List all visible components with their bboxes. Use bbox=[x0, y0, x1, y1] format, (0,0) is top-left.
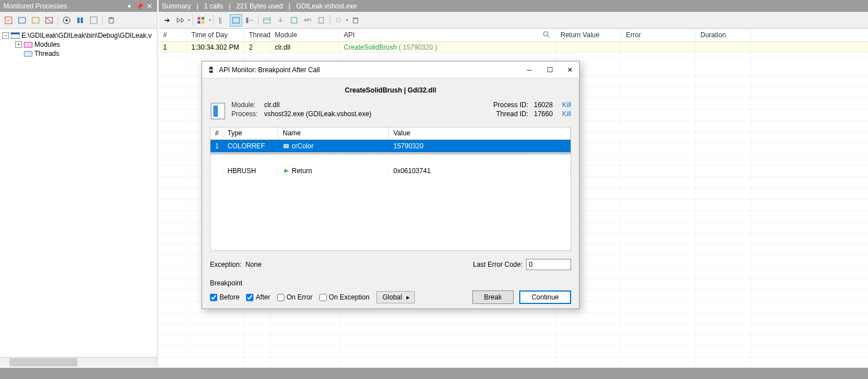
cell-return bbox=[556, 42, 621, 52]
scrollbar-thumb[interactable] bbox=[10, 358, 77, 367]
down-icon[interactable] bbox=[274, 14, 287, 27]
dropdown-icon[interactable]: ▾ bbox=[125, 2, 133, 10]
table-row[interactable]: 1 1:30:34.302 PM 2 clr.dll CreateSolidBr… bbox=[159, 42, 868, 53]
api-text-icon[interactable]: API bbox=[301, 14, 314, 27]
cell-time: 1:30:34.302 PM bbox=[187, 42, 244, 52]
toolbar-icon-7[interactable] bbox=[87, 14, 100, 27]
procid-value: 16028 bbox=[534, 101, 556, 109]
param-col-num[interactable]: # bbox=[211, 127, 223, 139]
toolbar-icon-2[interactable] bbox=[16, 14, 28, 27]
kill-thread-link[interactable]: Kill bbox=[562, 110, 571, 118]
divider: | bbox=[196, 2, 198, 10]
pin-icon[interactable]: 📌 bbox=[135, 2, 143, 10]
svg-rect-19 bbox=[246, 17, 248, 23]
procid-label: Process ID: bbox=[493, 101, 528, 109]
col-api[interactable]: API bbox=[339, 29, 556, 41]
param-name: crColor bbox=[278, 140, 389, 152]
col-module[interactable]: Module bbox=[270, 29, 339, 41]
return-name-text: Return bbox=[292, 167, 312, 175]
param-col-type[interactable]: Type bbox=[223, 127, 278, 139]
divider: | bbox=[229, 2, 230, 10]
return-name: Return bbox=[278, 165, 389, 177]
tree-child[interactable]: Threads bbox=[2, 49, 155, 58]
svg-rect-8 bbox=[81, 17, 83, 23]
col-return[interactable]: Return Value bbox=[556, 29, 621, 41]
minimize-icon[interactable]: ─ bbox=[525, 65, 534, 74]
doc-icon[interactable] bbox=[315, 14, 327, 27]
svg-point-6 bbox=[65, 19, 68, 21]
panel-title: Monitored Processes bbox=[3, 2, 67, 10]
summary-exe: GDILeak.vshost.exe bbox=[296, 2, 357, 10]
dialog-titlebar[interactable]: API Monitor: Breakpoint After Call ─ ☐ ✕ bbox=[202, 61, 579, 78]
check-onerror[interactable]: On Error bbox=[277, 293, 313, 301]
lasterror-input[interactable] bbox=[526, 259, 571, 270]
svg-rect-15 bbox=[201, 17, 204, 20]
save-icon[interactable] bbox=[288, 14, 300, 27]
tree-child[interactable]: + Modules bbox=[2, 40, 155, 49]
global-dropdown[interactable]: Global ▸ bbox=[376, 291, 415, 303]
calendar-icon[interactable] bbox=[261, 14, 273, 27]
param-col-name[interactable]: Name bbox=[278, 127, 389, 139]
kill-process-link[interactable]: Kill bbox=[562, 101, 571, 109]
left-toolbar bbox=[0, 12, 157, 29]
col-time[interactable]: Time of Day bbox=[187, 29, 244, 41]
continue-button[interactable]: Continue bbox=[519, 290, 571, 304]
toolbar-icon-1[interactable] bbox=[2, 14, 15, 27]
param-col-value[interactable]: Value bbox=[389, 127, 571, 139]
svg-rect-13 bbox=[24, 51, 32, 56]
tree-icon-btn[interactable] bbox=[216, 14, 229, 27]
summary-bytes: 221 Bytes used bbox=[236, 2, 283, 10]
close-icon[interactable]: ✕ bbox=[146, 2, 154, 10]
param-table: # Type Name Value 1 COLORREF crColor 157… bbox=[210, 127, 571, 251]
find-icon[interactable] bbox=[174, 14, 187, 27]
grid-icon[interactable] bbox=[195, 14, 208, 27]
summary-title-bar: Summary | 1 calls | 221 Bytes used | GDI… bbox=[159, 0, 868, 12]
api-func: CreateSolidBrush bbox=[344, 43, 397, 51]
check-onexception[interactable]: On Exception bbox=[319, 293, 370, 301]
right-toolbar: ➔ ▾ ▾ API ▾ bbox=[159, 12, 868, 29]
lasterror-label: Last Error Code: bbox=[473, 261, 523, 268]
col-num[interactable]: # bbox=[159, 29, 187, 41]
monitored-processes-panel: Monitored Processes ▾ 📌 ✕ − E:\GDILeak\G… bbox=[0, 0, 157, 367]
module-icon bbox=[210, 101, 226, 121]
modules-icon bbox=[24, 41, 33, 49]
maximize-icon[interactable]: ☐ bbox=[545, 65, 554, 74]
check-after[interactable]: After bbox=[246, 293, 270, 301]
tree-child-label: Threads bbox=[34, 50, 59, 58]
trash-icon[interactable] bbox=[105, 14, 117, 27]
svg-rect-28 bbox=[213, 105, 218, 117]
exception-label: Exception: bbox=[210, 261, 242, 268]
col-duration[interactable]: Duration bbox=[696, 29, 751, 41]
target-icon[interactable] bbox=[60, 14, 73, 27]
app-icon bbox=[207, 65, 216, 74]
tree-root[interactable]: − E:\GDILeak\GDILeak\bin\Debug\GDILeak.v bbox=[2, 31, 155, 40]
svg-rect-1 bbox=[19, 17, 25, 23]
expand-icon[interactable]: + bbox=[15, 41, 22, 48]
toolbar-icon-6[interactable] bbox=[74, 14, 86, 27]
breakpoint-label: Breakpoint bbox=[210, 279, 571, 287]
return-row[interactable]: HBRUSH Return 0x06103741 bbox=[211, 165, 571, 177]
collapse-icon[interactable]: − bbox=[2, 32, 9, 39]
toolbar-icon-4[interactable] bbox=[43, 14, 55, 27]
toolbar-icon-3[interactable] bbox=[29, 14, 42, 27]
check-after-label: After bbox=[256, 293, 270, 301]
svg-rect-7 bbox=[77, 17, 80, 23]
process-value: vshost32.exe (GDILeak.vshost.exe) bbox=[264, 110, 371, 118]
svg-point-25 bbox=[543, 32, 548, 36]
filter-icon[interactable] bbox=[230, 14, 242, 27]
bulb-icon[interactable] bbox=[332, 14, 345, 27]
break-button[interactable]: Break bbox=[472, 290, 514, 304]
param-row[interactable]: 1 COLORREF crColor 15790320 bbox=[211, 140, 571, 152]
arrow-right-icon[interactable]: ➔ bbox=[161, 14, 173, 27]
toolbar-btn[interactable] bbox=[243, 14, 256, 27]
col-error[interactable]: Error bbox=[621, 29, 696, 41]
param-value: 15790320 bbox=[389, 140, 571, 152]
horizontal-scrollbar[interactable] bbox=[0, 357, 157, 367]
trash-icon[interactable] bbox=[349, 14, 362, 27]
search-icon[interactable] bbox=[543, 31, 551, 39]
close-icon[interactable]: ✕ bbox=[565, 65, 575, 74]
check-before[interactable]: Before bbox=[210, 293, 239, 301]
check-onexception-label: On Exception bbox=[329, 293, 370, 301]
param-num: 1 bbox=[211, 140, 223, 152]
col-thread[interactable]: Thread bbox=[244, 29, 270, 41]
